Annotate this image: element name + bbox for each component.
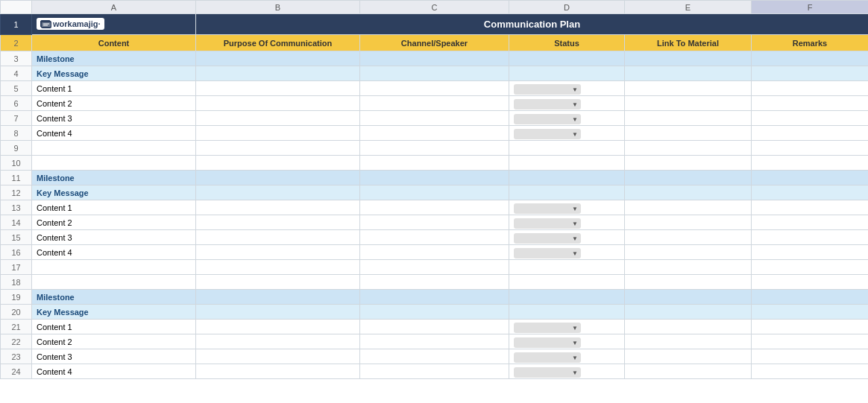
row-5-d[interactable]: ▼ <box>509 81 625 96</box>
row-21-e[interactable] <box>625 320 752 334</box>
row-24-b[interactable] <box>196 364 360 379</box>
row-14-c[interactable] <box>360 215 509 230</box>
row-19-c[interactable] <box>360 290 509 305</box>
row-6-d[interactable]: ▼ <box>509 96 625 111</box>
col-header-content[interactable]: Content <box>32 35 196 51</box>
row-15-b[interactable] <box>196 230 360 245</box>
status-dropdown-23[interactable]: ▼ <box>514 352 581 363</box>
row-16-b[interactable] <box>196 245 360 260</box>
row-5-e[interactable] <box>625 81 752 96</box>
row-10-f[interactable] <box>752 156 869 171</box>
col-header-remarks[interactable]: Remarks <box>752 35 869 51</box>
row-13-a[interactable]: Content 1 <box>32 200 196 215</box>
row-18-e[interactable] <box>625 275 752 290</box>
row-13-c[interactable] <box>360 200 509 215</box>
row-23-c[interactable] <box>360 349 509 364</box>
row-21-c[interactable] <box>360 320 509 334</box>
row-20-d[interactable] <box>509 305 625 320</box>
row-6-a[interactable]: Content 2 <box>32 96 196 111</box>
row-23-d[interactable]: ▼ <box>509 349 625 364</box>
row-16-f[interactable] <box>752 245 869 260</box>
row-19-d[interactable] <box>509 290 625 305</box>
col-header-purpose[interactable]: Purpose Of Communication <box>196 35 360 51</box>
row-21-b[interactable] <box>196 320 360 334</box>
status-dropdown-8[interactable]: ▼ <box>514 129 581 139</box>
row-9-c[interactable] <box>360 141 509 156</box>
row-16-a[interactable]: Content 4 <box>32 245 196 260</box>
row-17-c[interactable] <box>360 260 509 275</box>
row-17-f[interactable] <box>752 260 869 275</box>
row-16-e[interactable] <box>625 245 752 260</box>
row-13-d[interactable]: ▼ <box>509 200 625 215</box>
milestone-label-3[interactable]: Milestone <box>32 290 196 305</box>
row-20-e[interactable] <box>625 305 752 320</box>
row-10-e[interactable] <box>625 156 752 171</box>
row-3-d[interactable] <box>509 51 625 66</box>
status-dropdown-13[interactable]: ▼ <box>514 203 581 214</box>
row-10-d[interactable] <box>509 156 625 171</box>
col-letter-d[interactable]: D <box>509 1 625 14</box>
row-22-f[interactable] <box>752 334 869 349</box>
row-21-f[interactable] <box>752 320 869 334</box>
row-8-c[interactable] <box>360 126 509 141</box>
row-6-c[interactable] <box>360 96 509 111</box>
row-9-b[interactable] <box>196 141 360 156</box>
row-14-d[interactable]: ▼ <box>509 215 625 230</box>
row-3-e[interactable] <box>625 51 752 66</box>
status-dropdown-15[interactable]: ▼ <box>514 233 581 244</box>
row-22-c[interactable] <box>360 334 509 349</box>
row-13-f[interactable] <box>752 200 869 215</box>
row-22-e[interactable] <box>625 334 752 349</box>
row-17-e[interactable] <box>625 260 752 275</box>
row-14-f[interactable] <box>752 215 869 230</box>
milestone-label-1[interactable]: Milestone <box>32 51 196 66</box>
row-18-c[interactable] <box>360 275 509 290</box>
row-14-a[interactable]: Content 2 <box>32 215 196 230</box>
col-header-link[interactable]: Link To Material <box>625 35 752 51</box>
keymsg-label-2[interactable]: Key Message <box>32 185 196 200</box>
row-15-c[interactable] <box>360 230 509 245</box>
row-24-a[interactable]: Content 4 <box>32 364 196 379</box>
row-3-b[interactable] <box>196 51 360 66</box>
row-7-b[interactable] <box>196 111 360 126</box>
row-15-e[interactable] <box>625 230 752 245</box>
row-21-d[interactable]: ▼ <box>509 320 625 334</box>
keymsg-label-3[interactable]: Key Message <box>32 305 196 320</box>
row-18-b[interactable] <box>196 275 360 290</box>
row-11-d[interactable] <box>509 171 625 185</box>
row-24-c[interactable] <box>360 364 509 379</box>
row-18-f[interactable] <box>752 275 869 290</box>
row-7-a[interactable]: Content 3 <box>32 111 196 126</box>
col-letter-e[interactable]: E <box>625 1 752 14</box>
row-23-e[interactable] <box>625 349 752 364</box>
row-11-f[interactable] <box>752 171 869 185</box>
row-5-b[interactable] <box>196 81 360 96</box>
row-7-f[interactable] <box>752 111 869 126</box>
status-dropdown-7[interactable]: ▼ <box>514 114 581 124</box>
row-17-a[interactable] <box>32 260 196 275</box>
row-23-b[interactable] <box>196 349 360 364</box>
row-16-d[interactable]: ▼ <box>509 245 625 260</box>
row-3-f[interactable] <box>752 51 869 66</box>
row-3-c[interactable] <box>360 51 509 66</box>
row-10-c[interactable] <box>360 156 509 171</box>
row-5-f[interactable] <box>752 81 869 96</box>
row-8-b[interactable] <box>196 126 360 141</box>
row-10-a[interactable] <box>32 156 196 171</box>
row-6-f[interactable] <box>752 96 869 111</box>
row-7-c[interactable] <box>360 111 509 126</box>
col-letter-b[interactable]: B <box>196 1 360 14</box>
row-12-f[interactable] <box>752 185 869 200</box>
row-9-f[interactable] <box>752 141 869 156</box>
row-8-e[interactable] <box>625 126 752 141</box>
col-letter-f[interactable]: F <box>752 1 869 14</box>
row-11-c[interactable] <box>360 171 509 185</box>
row-23-f[interactable] <box>752 349 869 364</box>
row-4-d[interactable] <box>509 66 625 81</box>
row-17-b[interactable] <box>196 260 360 275</box>
row-23-a[interactable]: Content 3 <box>32 349 196 364</box>
status-dropdown-14[interactable]: ▼ <box>514 218 581 229</box>
row-9-d[interactable] <box>509 141 625 156</box>
row-17-d[interactable] <box>509 260 625 275</box>
row-24-e[interactable] <box>625 364 752 379</box>
